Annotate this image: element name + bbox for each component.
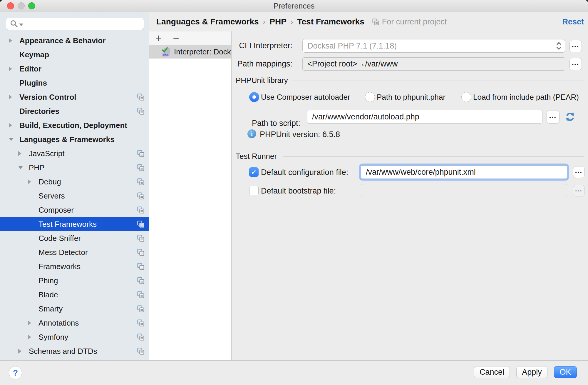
footer-bar: ? Cancel Apply OK [0, 360, 588, 385]
sidebar-item-label: Test Frameworks [38, 217, 97, 231]
interpreters-panel: + − php Interpreter: Dock [149, 31, 232, 360]
default-bootstrap-file-browse-button[interactable]: ••• [573, 185, 585, 196]
chevron-right-icon[interactable] [18, 349, 21, 354]
sidebar-item-frameworks[interactable]: Frameworks [0, 259, 149, 274]
chevron-down-icon[interactable] [9, 138, 14, 141]
sidebar-item-label: Languages & Frameworks [19, 132, 115, 146]
sidebar-item-phing[interactable]: Phing [0, 274, 149, 288]
per-project-settings-icon [137, 178, 145, 186]
ok-button[interactable]: OK [554, 366, 577, 378]
sidebar-item-servers[interactable]: Servers [0, 189, 149, 203]
sidebar-item-label: Schemas and DTDs [29, 344, 97, 358]
breadcrumb-segment-1[interactable]: PHP [269, 17, 287, 26]
settings-search-input[interactable] [6, 18, 144, 30]
path-to-script-browse-button[interactable]: ••• [547, 111, 559, 124]
default-bootstrap-file-field [361, 184, 567, 197]
per-project-settings-icon [137, 347, 145, 355]
cancel-button[interactable]: Cancel [474, 366, 510, 378]
chevron-right-icon[interactable] [28, 335, 31, 339]
default-configuration-file-browse-button[interactable]: ••• [573, 166, 585, 178]
sidebar-item-label: Plugins [19, 76, 47, 90]
sidebar-item-label: Frameworks [38, 259, 81, 274]
sidebar-item-annotations[interactable]: Annotations [0, 316, 149, 330]
sidebar-item-label: Version Control [19, 90, 76, 104]
sidebar-item-code-sniffer[interactable]: Code Sniffer [0, 231, 149, 245]
preferences-window: Preferences Appearance & BehaviorKeymapE… [0, 0, 588, 385]
per-project-settings-icon [137, 192, 145, 200]
add-interpreter-button[interactable]: + [153, 32, 163, 44]
sidebar-item-version-control[interactable]: Version Control [0, 90, 149, 104]
section-divider [292, 81, 584, 81]
radio-label[interactable]: Path to phpunit.phar [377, 92, 445, 102]
path-mappings-field[interactable]: <Project root>→/var/www [302, 57, 565, 71]
breadcrumb-segment-0[interactable]: Languages & Frameworks [156, 17, 259, 26]
sidebar-item-keymap[interactable]: Keymap [0, 48, 149, 62]
cli-interpreter-browse-button[interactable]: ••• [569, 40, 582, 52]
chevron-down-icon[interactable] [18, 166, 23, 169]
path-mappings-browse-button[interactable]: ••• [569, 58, 582, 70]
default-bootstrap-file-checkbox[interactable] [249, 186, 259, 195]
cli-interpreter-select[interactable]: Docksal PHP 7.1 (7.1.18) [302, 39, 565, 53]
reset-button[interactable]: Reset [562, 12, 584, 31]
close-button[interactable] [7, 2, 14, 9]
breadcrumb-segment-2[interactable]: Test Frameworks [297, 17, 364, 26]
search-options-caret-icon[interactable] [19, 24, 23, 26]
chevron-right-icon[interactable] [9, 123, 12, 128]
minimize-button[interactable] [18, 2, 25, 9]
sidebar-item-appearance-behavior[interactable]: Appearance & Behavior [0, 34, 149, 48]
stepper-chevrons-icon[interactable] [553, 39, 565, 52]
radio-label[interactable]: Load from include path (PEAR) [473, 92, 579, 102]
window-title: Preferences [0, 0, 588, 12]
interpreter-list-item[interactable]: php Interpreter: Dock [149, 45, 231, 59]
scope-label: For current project [382, 17, 447, 26]
chevron-right-icon[interactable] [28, 179, 31, 184]
chevron-right-icon[interactable] [28, 321, 31, 325]
sidebar-item-javascript[interactable]: JavaScript [0, 146, 149, 161]
default-configuration-file-field[interactable]: /var/www/web/core/phpunit.xml [361, 165, 567, 179]
phpunit-library-section-title: PHPUnit library [236, 76, 288, 85]
chevron-right-icon[interactable] [9, 66, 12, 71]
cli-interpreter-value: Docksal PHP 7.1 (7.1.18) [307, 39, 397, 52]
breadcrumb-separator: › [291, 17, 293, 26]
help-button[interactable]: ? [9, 366, 22, 379]
sidebar-item-label: Composer [38, 203, 74, 217]
per-project-settings-icon [137, 107, 145, 115]
chevron-right-icon[interactable] [18, 151, 21, 156]
per-project-settings-icon [137, 333, 145, 341]
sidebar-item-composer[interactable]: Composer [0, 203, 149, 217]
sidebar-item-editor[interactable]: Editor [0, 62, 149, 76]
apply-button[interactable]: Apply [516, 366, 547, 378]
sidebar-item-build-execution-deployment[interactable]: Build, Execution, Deployment [0, 118, 149, 132]
radio-label[interactable]: Use Composer autoloader [261, 92, 350, 102]
sidebar-item-symfony[interactable]: Symfony [0, 330, 149, 344]
sidebar-item-plugins[interactable]: Plugins [0, 76, 149, 90]
refresh-icon[interactable] [564, 111, 576, 122]
radio-use-composer-autoloader[interactable] [249, 92, 259, 102]
radio-path-to-phpunit-phar[interactable] [365, 92, 375, 102]
per-project-settings-icon [137, 319, 145, 327]
sidebar-item-test-frameworks[interactable]: Test Frameworks [0, 217, 149, 231]
sidebar-item-blade[interactable]: Blade [0, 288, 149, 302]
settings-sidebar: Appearance & BehaviorKeymapEditorPlugins… [0, 12, 149, 360]
sidebar-item-label: Appearance & Behavior [19, 34, 105, 48]
radio-load-from-include-path-pear[interactable] [461, 92, 471, 102]
default-configuration-file-label: Default configuration file: [261, 168, 348, 177]
chevron-right-icon[interactable] [9, 95, 12, 99]
sidebar-item-smarty[interactable]: Smarty [0, 302, 149, 316]
sidebar-item-schemas-and-dtds[interactable]: Schemas and DTDs [0, 344, 149, 358]
chevron-right-icon[interactable] [9, 38, 12, 43]
path-to-script-field[interactable]: /var/www/vendor/autoload.php [307, 110, 542, 124]
sidebar-item-mess-detector[interactable]: Mess Detector [0, 245, 149, 259]
sidebar-item-directories[interactable]: Directories [0, 104, 149, 118]
default-configuration-file-checkbox[interactable] [249, 167, 259, 177]
sidebar-item-debug[interactable]: Debug [0, 175, 149, 189]
sidebar-item-label: Directories [19, 104, 59, 118]
remove-interpreter-button[interactable]: − [171, 32, 181, 44]
path-mappings-label: Path mappings: [232, 59, 292, 69]
svg-text:php: php [163, 53, 168, 56]
sidebar-item-php[interactable]: PHP [0, 161, 149, 175]
sidebar-item-languages-frameworks[interactable]: Languages & Frameworks [0, 132, 149, 146]
breadcrumb: Languages & Frameworks›PHP›Test Framewor… [156, 17, 364, 26]
sidebar-item-label: Annotations [38, 316, 79, 330]
zoom-button[interactable] [28, 2, 35, 9]
